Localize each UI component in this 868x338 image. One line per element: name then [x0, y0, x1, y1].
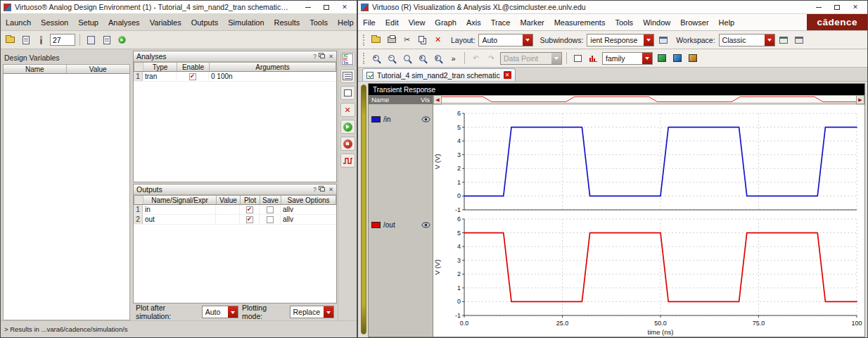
chevron-down-icon[interactable] [765, 35, 774, 46]
overview-scrollbar[interactable]: ◀ ▶ [433, 95, 864, 105]
netlist-and-run-button[interactable] [340, 120, 355, 134]
stop-simulation-button[interactable] [340, 137, 355, 151]
help-icon[interactable]: ? [313, 53, 317, 60]
histogram-button[interactable] [587, 51, 600, 65]
trace-name[interactable]: /in [383, 115, 391, 123]
tab-close-button[interactable]: ✕ [504, 71, 511, 79]
menu-trace[interactable]: Trace [486, 14, 516, 30]
calculator-button[interactable] [84, 33, 98, 46]
new-subwindow-button[interactable] [656, 33, 670, 46]
save-checkbox[interactable] [267, 206, 274, 213]
print-button[interactable] [385, 33, 398, 46]
overlay-mode-button[interactable] [670, 51, 684, 65]
signal-name-cell[interactable]: out [143, 215, 216, 224]
temperature-input[interactable] [50, 34, 75, 46]
close-button[interactable]: ✕ [846, 1, 864, 13]
menu-tools[interactable]: Tools [305, 14, 333, 30]
legend-vis-column[interactable]: Vis [421, 96, 430, 104]
menu-window[interactable]: Window [638, 14, 675, 30]
subwindows-select[interactable]: ient Response [587, 34, 654, 46]
visibility-eye-icon[interactable] [421, 116, 430, 123]
save-checkbox[interactable] [267, 216, 274, 223]
menu-results[interactable]: Results [269, 14, 305, 30]
trace-item-out[interactable]: /out [371, 221, 430, 229]
save-workspace-button[interactable] [777, 33, 791, 46]
cut-button[interactable]: ✂ [400, 33, 414, 46]
value-cell[interactable] [216, 215, 240, 224]
save-state-button[interactable] [19, 33, 32, 46]
menu-view[interactable]: View [404, 14, 430, 30]
float-panel-icon[interactable] [320, 187, 325, 192]
arguments-cell[interactable]: 0 100n [209, 72, 336, 81]
delete-button[interactable]: ✕ [431, 33, 445, 46]
family-select[interactable]: family [602, 52, 653, 65]
menu-analyses[interactable]: Analyses [103, 14, 145, 30]
minimize-button[interactable] [810, 1, 828, 13]
help-icon[interactable]: ? [313, 186, 317, 193]
analyses-col-arguments[interactable]: Arguments [210, 63, 336, 71]
minimize-button[interactable] [299, 1, 317, 13]
float-panel-icon[interactable] [320, 54, 325, 58]
plot-after-select[interactable]: Auto [202, 306, 238, 318]
toolbar-overflow-button[interactable]: » [447, 51, 460, 65]
chevron-down-icon[interactable] [324, 306, 333, 318]
temperature-button[interactable] [34, 33, 48, 46]
open-design-button[interactable] [4, 33, 17, 46]
plotting-mode-select[interactable]: Replace [290, 306, 335, 318]
toolbar-drag-handle[interactable] [363, 53, 365, 64]
outputs-col-name[interactable]: Name/Signal/Expr [143, 196, 217, 204]
maximize-button[interactable] [828, 1, 846, 13]
graph-tab[interactable]: Tutorial_4 sim_nand2_tran schematic ✕ [362, 68, 516, 81]
ade-titlebar[interactable]: Virtuoso® Analog Design Environment (1) … [1, 1, 357, 14]
workspace-select[interactable]: Classic [719, 34, 775, 46]
edit-variables-button[interactable] [340, 86, 355, 100]
open-results-button[interactable] [369, 33, 383, 46]
menu-tools[interactable]: Tools [610, 14, 638, 30]
delete-button[interactable]: ✕ [340, 103, 355, 117]
trace-item-in[interactable]: /in [371, 115, 430, 123]
outputs-col-value[interactable]: Value [217, 196, 241, 204]
analyses-col-enable[interactable]: Enable [177, 63, 210, 71]
enable-checkbox[interactable]: ✔ [189, 73, 196, 80]
outputs-row-out[interactable]: 2 out ✔ allv [134, 215, 336, 225]
setup-outputs-button[interactable] [340, 69, 355, 83]
undo-button[interactable]: ↶ [469, 51, 483, 65]
chevron-down-icon[interactable] [644, 35, 653, 46]
menu-help[interactable]: Help [333, 14, 359, 30]
menu-measurements[interactable]: Measurements [549, 14, 611, 30]
zoom-fit-button[interactable] [400, 51, 414, 65]
menu-marker[interactable]: Marker [515, 14, 549, 30]
waveform-svg[interactable]: 6543210-1V (V)6543210-1V (V)0.025.050.07… [433, 105, 864, 337]
zoom-x-button[interactable]: x [416, 51, 429, 65]
redo-button[interactable]: ↷ [485, 51, 498, 65]
outputs-empty-area[interactable] [134, 225, 336, 303]
copy-button[interactable] [416, 33, 429, 46]
maximize-button[interactable] [317, 1, 336, 13]
choose-analyses-button[interactable]: AC DC Trn [340, 52, 355, 66]
analyses-col-type[interactable]: Type [143, 63, 177, 71]
plot-checkbox[interactable]: ✔ [246, 216, 253, 223]
netlist-button[interactable] [100, 33, 113, 46]
menu-graph[interactable]: Graph [430, 14, 461, 30]
restore-workspace-button[interactable] [793, 33, 806, 46]
zoom-y-button[interactable]: y [431, 51, 445, 65]
zoom-out-button[interactable]: − [385, 51, 398, 65]
design-variables-list[interactable] [3, 74, 130, 320]
trace-color-swatch[interactable] [371, 116, 381, 123]
visibility-eye-icon[interactable] [421, 222, 430, 228]
outputs-row-in[interactable]: 1 in ✔ allv [134, 205, 336, 215]
close-button[interactable]: ✕ [336, 1, 354, 13]
close-panel-icon[interactable]: ✕ [328, 186, 333, 193]
chevron-down-icon[interactable] [551, 53, 561, 64]
menu-help[interactable]: Help [714, 14, 740, 30]
menu-browser[interactable]: Browser [675, 14, 713, 30]
mouse-mode-select[interactable]: Data Point [500, 52, 562, 65]
trace-name[interactable]: /out [383, 221, 395, 229]
signal-name-cell[interactable]: in [143, 205, 216, 214]
analyses-row-tran[interactable]: 1 tran ✔ 0 100n [134, 72, 336, 82]
trace-color-swatch[interactable] [371, 222, 381, 228]
scroll-right-arrow[interactable]: ▶ [856, 95, 864, 104]
viva-titlebar[interactable]: Virtuoso (R) Visualization & Analysis XL… [358, 1, 867, 14]
run-button[interactable] [115, 33, 129, 46]
menu-launch[interactable]: Launch [1, 14, 36, 30]
